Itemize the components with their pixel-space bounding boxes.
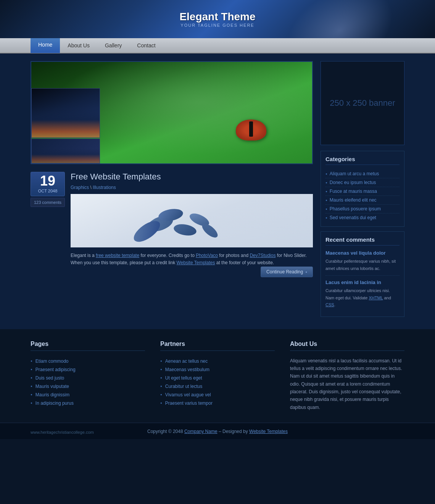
category-link[interactable]: Mauris eleifend elit nec [330,197,377,203]
footer-partner-item: ●Praesent varius tempor [160,399,275,407]
link-website-templates[interactable]: Website Templates [176,260,215,265]
date-box: 19 OCT 2048 [31,172,65,196]
continue-reading-button[interactable]: Continue Reading [261,267,313,277]
post-tags: Graphics \ Illustrations [71,185,313,190]
tag-illustrations[interactable]: Illustrations [93,185,116,190]
recent-comments-widget: Recent comments Maecenas vel liqula dolo… [321,231,404,317]
main-wrapper: 19 OCT 2048 123 comments Free Website Te… [0,53,435,329]
copyright-text: Copyright © 2048 [147,429,184,434]
footer-partners-widget: Partners ●Aenean ac tellus nec ●Maecenas… [160,341,275,412]
bullet-icon: ● [160,376,162,380]
link-dev7studios[interactable]: Dev7Studios [250,253,276,258]
designed-by-text: – Designed by [218,429,249,434]
footer-partner-link[interactable]: Praesent varius tempor [165,401,213,406]
category-item: ●Phasellus posuere ipsum [325,205,400,213]
bullet-icon: ● [160,401,162,405]
footer-partner-link[interactable]: Maecenas vestibulum [165,367,209,372]
slider-thumbnails [31,88,100,163]
bullet-icon: ● [31,376,32,380]
footer-partners-title: Partners [160,341,275,351]
footer-page-link[interactable]: Mauris vulputate [35,384,69,389]
category-link[interactable]: Aliquam ut arcu a metus [330,171,379,176]
footer-partner-item: ●Ut eget tellus eget [160,374,275,382]
footer-pages-widget: Pages ●Etiam commodo ●Praesent adipiscin… [31,341,145,412]
bullet-icon: ● [325,199,327,202]
image-slider[interactable] [31,61,313,164]
category-link[interactable]: Sed venenatis dui eget [330,215,376,220]
footer-page-item: ●Mauris vulputate [31,382,145,391]
footer-page-link[interactable]: In adipiscing purus [35,401,74,406]
footer-partner-link[interactable]: Aenean ac tellus nec [165,359,208,364]
footer-widgets: Pages ●Etiam commodo ●Praesent adipiscin… [0,329,435,423]
comment-entry-2: Lacus enim id lacinia in Curabitur ullam… [325,279,400,312]
category-item: ●Mauris eleifend elit nec [325,196,400,205]
footer-partners-list: ●Aenean ac tellus nec ●Maecenas vestibul… [160,357,275,407]
nav-home[interactable]: Home [31,36,60,53]
bullet-icon: ● [160,359,162,363]
category-link[interactable]: Fusce at mauris massa [330,189,377,194]
footer-copyright: Copyright © 2048 Company Name – Designed… [147,429,288,434]
comment-text-1: Curabitur pellentesque varius nibh, sit … [325,259,396,271]
category-item: ●Donec eu ipsum lectus [325,178,400,187]
banner-ad[interactable]: 250 x 250 banner [321,61,404,145]
footer-partner-item: ●Maecenas vestibulum [160,365,275,374]
footer-about-text: Aliquam venenatis nisl a lacus facilisis… [290,357,404,412]
category-item: ●Sed venenatis dui eget [325,213,400,222]
bullet-icon: ● [31,368,32,371]
pill-2 [173,223,197,237]
categories-widget: Categories ●Aliquam ut arcu a metus ●Don… [321,151,404,227]
footer-pages-list: ●Etiam commodo ●Praesent adipiscing ●Dui… [31,357,145,407]
date-day: 19 [31,174,64,188]
bullet-icon: ● [31,401,32,405]
comment-link-1[interactable]: Maecenas vel liqula dolor [325,250,400,256]
category-item: ●Aliquam ut arcu a metus [325,170,400,178]
sidebar: 250 x 250 banner Categories ●Aliquam ut … [321,61,404,321]
bullet-icon: ● [160,384,162,388]
post-text: Elegant is a free website template for e… [71,252,313,277]
footer-page-link[interactable]: Praesent adipiscing [35,367,76,372]
post-article: 19 OCT 2048 123 comments Free Website Te… [31,172,313,282]
footer-page-link[interactable]: Etiam commodo [35,359,69,364]
city-lights-overlay [32,108,100,137]
slider-thumb-city[interactable] [31,88,100,138]
comment-text-2: Curabitur ullamcorper ultricies nisi. Na… [325,288,391,307]
footer-partner-link[interactable]: Vivamus vel augue vel [165,392,211,397]
xhtml-link[interactable]: XHTML [369,296,383,300]
footer-partner-link[interactable]: Ut eget tellus eget [165,375,202,381]
footer-about-title: About Us [290,341,404,351]
footer-about-widget: About Us Aliquam venenatis nisl a lacus … [290,341,404,412]
footer-partner-link[interactable]: Curabitur ut lectus [165,384,202,389]
bullet-icon: ● [325,216,327,220]
company-name-link[interactable]: Company Name [184,429,218,434]
nav-about[interactable]: About Us [60,38,97,53]
nav-gallery[interactable]: Gallery [97,38,129,53]
bullet-icon: ● [325,172,327,176]
main-column: 19 OCT 2048 123 comments Free Website Te… [31,61,313,321]
bullet-icon: ● [160,393,162,396]
nav-contact[interactable]: Contact [129,38,163,53]
categories-list: ●Aliquam ut arcu a metus ●Donec eu ipsum… [325,170,400,222]
pill-3 [130,217,163,246]
comments-count[interactable]: 123 comments [31,198,65,207]
comment-link-2[interactable]: Lacus enim id lacinia in [325,279,400,285]
bullet-icon: ● [325,181,327,184]
slider-beetle [236,120,266,141]
bullet-icon: ● [31,393,32,396]
footer-partner-item: ●Vivamus vel augue vel [160,391,275,399]
category-link[interactable]: Phasellus posuere ipsum [330,206,381,212]
brand: Elegant Theme YOUR TAGLINE GOES HERE [179,11,255,27]
site-header: Elegant Theme YOUR TAGLINE GOES HERE [0,0,435,38]
tag-graphics[interactable]: Graphics [71,185,89,190]
css-link[interactable]: CSS [325,302,334,307]
category-item: ●Fusce at mauris massa [325,187,400,196]
category-link[interactable]: Donec eu ipsum lectus [330,180,376,185]
slider-thumb-2[interactable] [31,139,100,163]
comment-entry-1: Maecenas vel liqula dolor Curabitur pell… [325,250,400,276]
bullet-icon: ● [31,384,32,388]
link-photovaco[interactable]: PhotoVaco [196,253,218,258]
footer-page-link[interactable]: Duis sed justo [35,375,64,381]
website-templates-link[interactable]: Website Templates [249,429,288,434]
footer-partner-item: ●Aenean ac tellus nec [160,357,275,365]
footer-page-link[interactable]: Mauris dignissim [35,392,69,397]
link-free-template[interactable]: free website template [96,253,139,258]
